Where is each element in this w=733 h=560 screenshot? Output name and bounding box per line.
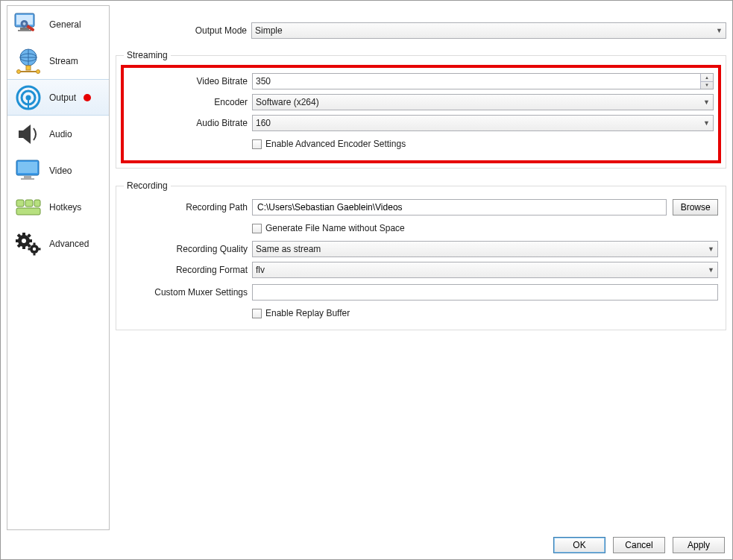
video-bitrate-value: 350 [256,76,271,86]
svg-rect-20 [16,200,24,207]
svg-rect-36 [34,242,36,245]
video-bitrate-spinbox[interactable]: 350 ▲ ▼ [252,73,714,89]
annotation-dot-icon [84,94,91,101]
browse-button[interactable]: Browse [673,199,718,215]
svg-rect-15 [28,98,29,108]
video-bitrate-label: Video Bitrate [124,76,252,86]
audio-bitrate-label: Audio Bitrate [124,118,252,128]
sidebar-item-label: Hotkeys [49,202,81,213]
svg-rect-17 [18,162,37,173]
broadcast-icon [13,84,43,112]
sidebar-item-general[interactable]: General [7,6,109,43]
recording-group: Recording Recording Path Browse [116,180,726,330]
output-mode-select[interactable]: Simple ▼ [251,22,726,39]
annotation-highlight: Video Bitrate 350 ▲ ▼ Encoder [121,65,721,163]
svg-rect-26 [22,233,25,236]
checkbox-box-icon [252,224,262,233]
svg-point-11 [37,69,40,73]
recording-quality-value: Same as stream [256,244,321,254]
settings-sidebar: General Stream [7,5,110,530]
svg-rect-39 [39,248,41,250]
chevron-down-icon: ▼ [716,27,723,34]
globe-network-icon [13,47,43,75]
chevron-down-icon: ▼ [708,245,714,253]
sidebar-item-label: Video [49,166,72,176]
output-mode-value: Simple [255,25,283,36]
spin-down-icon[interactable]: ▼ [701,82,713,89]
checkbox-box-icon [252,139,262,149]
sidebar-item-label: Output [49,92,76,103]
generate-filename-checkbox[interactable]: Generate File Name without Space [252,223,405,233]
enable-replay-buffer-checkbox[interactable]: Enable Replay Buffer [252,308,350,318]
enable-replay-buffer-label: Enable Replay Buffer [265,308,350,318]
svg-rect-37 [34,253,36,255]
chevron-down-icon: ▼ [703,98,710,106]
sidebar-item-advanced[interactable]: Advanced [7,225,109,262]
sidebar-item-label: Stream [49,56,78,66]
monitor-wrench-icon [13,10,43,39]
streaming-group: Streaming Video Bitrate 350 ▲ ▼ [116,50,726,169]
encoder-label: Encoder [124,97,252,107]
svg-point-35 [33,247,36,250]
sidebar-item-output[interactable]: Output [7,79,109,116]
recording-path-value[interactable] [256,200,663,215]
apply-button[interactable]: Apply [673,537,725,553]
svg-point-25 [22,239,26,243]
recording-format-label: Recording Format [124,265,252,275]
svg-point-10 [17,69,21,73]
recording-format-select[interactable]: flv ▼ [252,262,718,278]
chevron-down-icon: ▼ [708,266,714,274]
gears-icon [13,230,43,258]
output-mode-label: Output Mode [116,25,251,36]
chevron-down-icon: ▼ [703,119,710,127]
sidebar-item-stream[interactable]: Stream [7,43,109,79]
generate-filename-label: Generate File Name without Space [265,223,405,233]
checkbox-box-icon [252,309,262,318]
svg-rect-19 [21,178,34,180]
encoder-value: Software (x264) [256,97,319,107]
recording-path-label: Recording Path [124,202,252,213]
svg-rect-23 [16,208,40,215]
main-content: Output Mode Simple ▼ Streaming Video Bit… [116,5,726,530]
keyboard-icon [13,193,43,221]
enable-advanced-encoder-checkbox[interactable]: Enable Advanced Encoder Settings [252,139,406,149]
monitor-icon [13,157,43,185]
encoder-select[interactable]: Software (x264) ▼ [252,94,714,110]
svg-rect-21 [25,200,33,207]
svg-rect-3 [18,30,31,31]
custom-muxer-input[interactable] [252,284,718,301]
recording-legend: Recording [124,180,171,191]
svg-rect-9 [26,66,31,70]
recording-format-value: flv [256,265,265,275]
ok-button[interactable]: OK [553,537,605,553]
recording-path-input[interactable] [252,199,667,215]
cancel-button[interactable]: Cancel [613,537,665,553]
spin-up-icon[interactable]: ▲ [701,74,713,82]
sidebar-item-label: Advanced [49,239,89,249]
sidebar-item-audio[interactable]: Audio [7,116,109,152]
svg-rect-22 [34,200,40,207]
svg-rect-27 [22,246,25,249]
audio-bitrate-select[interactable]: 160 ▼ [252,115,714,131]
custom-muxer-value[interactable] [256,285,714,300]
sidebar-item-hotkeys[interactable]: Hotkeys [7,189,109,225]
svg-rect-29 [29,239,32,242]
speaker-icon [13,120,43,148]
enable-advanced-encoder-label: Enable Advanced Encoder Settings [265,139,406,149]
custom-muxer-label: Custom Muxer Settings [124,287,252,298]
dialog-footer: OK Cancel Apply [553,537,725,553]
audio-bitrate-value: 160 [256,118,271,128]
sidebar-item-video[interactable]: Video [7,152,109,189]
sidebar-item-label: General [49,19,81,30]
recording-quality-select[interactable]: Same as stream ▼ [252,241,718,257]
svg-rect-28 [16,239,19,242]
svg-rect-18 [24,176,31,178]
recording-quality-label: Recording Quality [124,244,252,254]
streaming-legend: Streaming [124,50,171,60]
sidebar-item-label: Audio [49,129,72,139]
svg-rect-38 [28,248,31,250]
